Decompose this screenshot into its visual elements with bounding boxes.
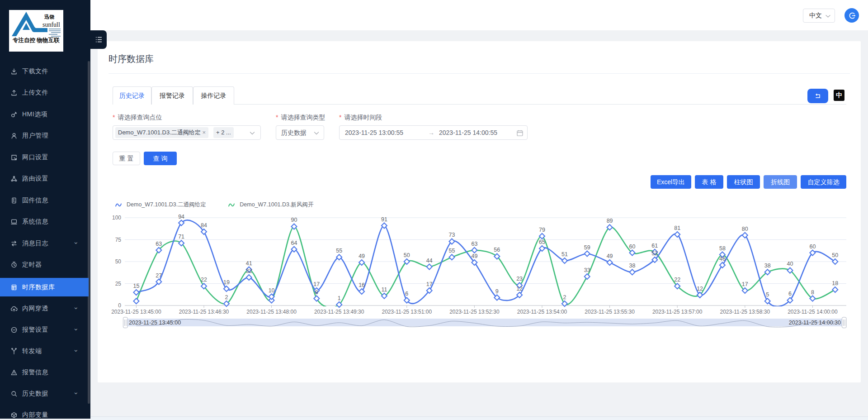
svg-text:38: 38	[764, 262, 771, 269]
svg-text:17: 17	[313, 281, 320, 287]
svg-text:17: 17	[742, 281, 748, 287]
svg-text:2023-11-25 13:48:00: 2023-11-25 13:48:00	[246, 309, 297, 315]
svg-text:55: 55	[449, 248, 455, 254]
svg-text:38: 38	[629, 262, 636, 269]
svg-text:2: 2	[225, 294, 228, 301]
svg-text:2023-11-25 13:55:30: 2023-11-25 13:55:30	[585, 309, 635, 315]
svg-text:2023-11-25 13:57:00: 2023-11-25 13:57:00	[652, 309, 703, 315]
svg-text:60: 60	[629, 243, 636, 250]
svg-text:2023-11-25 13:45:00: 2023-11-25 13:45:00	[129, 320, 181, 326]
svg-text:sunfull: sunfull	[42, 21, 60, 28]
svg-text:8: 8	[811, 289, 814, 296]
svg-text:50: 50	[115, 258, 122, 265]
svg-text:15: 15	[133, 283, 139, 289]
svg-text:63: 63	[471, 241, 477, 247]
svg-text:6: 6	[788, 291, 792, 297]
svg-text:49: 49	[607, 253, 613, 259]
svg-text:59: 59	[584, 244, 590, 251]
svg-text:2: 2	[563, 294, 566, 301]
svg-text:2023-11-25 13:54:00: 2023-11-25 13:54:00	[517, 309, 567, 315]
svg-text:60: 60	[809, 243, 816, 250]
svg-text:49: 49	[359, 253, 365, 259]
svg-text:44: 44	[426, 258, 433, 264]
svg-text:100: 100	[112, 215, 121, 221]
svg-text:专注自控 物物互联: 专注自控 物物互联	[12, 37, 60, 43]
svg-text:56: 56	[494, 247, 500, 253]
svg-text:79: 79	[539, 227, 545, 233]
svg-text:12: 12	[697, 286, 703, 292]
svg-text:2023-11-25 13:51:00: 2023-11-25 13:51:00	[382, 309, 432, 315]
svg-text:1: 1	[338, 295, 341, 301]
svg-text:55: 55	[336, 248, 342, 254]
svg-text:32: 32	[246, 268, 252, 274]
svg-text:2023-11-25 14:00:00: 2023-11-25 14:00:00	[788, 309, 838, 315]
svg-text:0: 0	[118, 302, 121, 309]
svg-text:2023-11-25 13:46:30: 2023-11-25 13:46:30	[179, 309, 229, 315]
svg-text:50: 50	[404, 252, 410, 258]
svg-text:11: 11	[381, 286, 387, 293]
svg-text:49: 49	[471, 253, 477, 259]
svg-text:80: 80	[742, 226, 748, 232]
svg-text:23: 23	[516, 276, 523, 282]
svg-text:19: 19	[223, 279, 230, 286]
svg-text:25: 25	[115, 281, 122, 287]
svg-text:8: 8	[315, 289, 318, 296]
svg-text:2023-11-25 14:00:30: 2023-11-25 14:00:30	[789, 320, 841, 326]
svg-text:52: 52	[651, 250, 658, 257]
svg-text:64: 64	[291, 240, 297, 246]
svg-text:73: 73	[449, 232, 455, 238]
svg-text:65: 65	[539, 239, 545, 245]
svg-text:2023-11-25 13:49:30: 2023-11-25 13:49:30	[314, 309, 364, 315]
svg-text:94: 94	[178, 214, 184, 220]
svg-text:89: 89	[607, 218, 613, 224]
svg-text:2023-11-25 13:58:30: 2023-11-25 13:58:30	[720, 309, 770, 315]
svg-text:61: 61	[651, 243, 658, 249]
svg-text:50: 50	[832, 252, 838, 258]
svg-text:9: 9	[495, 288, 499, 295]
svg-text:18: 18	[832, 280, 838, 286]
svg-text:5: 5	[766, 291, 769, 298]
svg-text:22: 22	[674, 277, 680, 283]
svg-text:71: 71	[178, 234, 184, 240]
svg-text:91: 91	[381, 216, 387, 223]
svg-text:63: 63	[156, 241, 162, 247]
svg-text:2023-11-25 13:45:00: 2023-11-25 13:45:00	[111, 309, 161, 315]
svg-text:41: 41	[246, 260, 252, 267]
svg-text:迅饶: 迅饶	[44, 14, 54, 19]
svg-text:2023-11-25 13:52:30: 2023-11-25 13:52:30	[449, 309, 500, 315]
svg-text:90: 90	[291, 217, 297, 223]
svg-text:51: 51	[561, 251, 568, 258]
svg-text:84: 84	[201, 222, 207, 229]
svg-text:17: 17	[426, 281, 433, 287]
svg-text:81: 81	[674, 225, 680, 231]
svg-text:16: 16	[359, 282, 365, 288]
svg-text:75: 75	[115, 237, 122, 243]
svg-text:58: 58	[719, 245, 726, 252]
svg-text:22: 22	[201, 277, 207, 283]
svg-text:46: 46	[719, 256, 726, 262]
svg-text:10: 10	[269, 287, 275, 294]
svg-text:40: 40	[787, 261, 793, 267]
svg-text:6: 6	[405, 291, 408, 297]
svg-text:12: 12	[516, 286, 523, 292]
svg-text:27: 27	[156, 272, 162, 279]
svg-text:33: 33	[584, 267, 590, 273]
